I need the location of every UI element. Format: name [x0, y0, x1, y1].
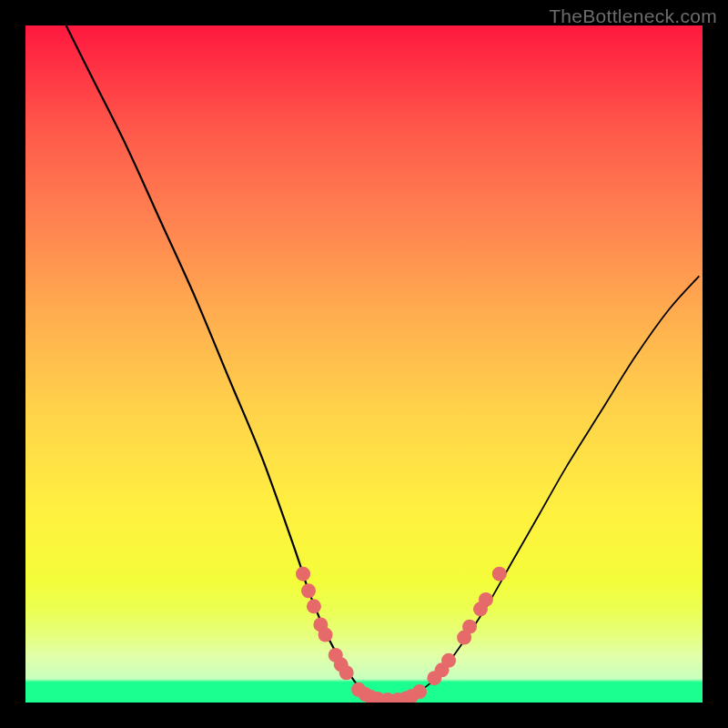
- marker-dot: [462, 620, 477, 634]
- left-curve: [66, 25, 391, 701]
- marker-dot: [492, 567, 507, 581]
- marker-dot: [307, 599, 321, 613]
- marker-dot: [479, 592, 493, 607]
- marker-dot: [296, 567, 310, 581]
- marker-dot: [301, 583, 316, 598]
- marker-dot: [412, 684, 427, 699]
- watermark-text: TheBottleneck.com: [549, 5, 717, 27]
- chart-svg: [25, 25, 703, 703]
- right-curve: [391, 276, 700, 700]
- marker-dot: [441, 653, 456, 668]
- marker-dot: [339, 665, 354, 680]
- plot-area: [25, 25, 703, 703]
- marker-dot: [318, 628, 333, 642]
- curve-markers: [296, 567, 507, 703]
